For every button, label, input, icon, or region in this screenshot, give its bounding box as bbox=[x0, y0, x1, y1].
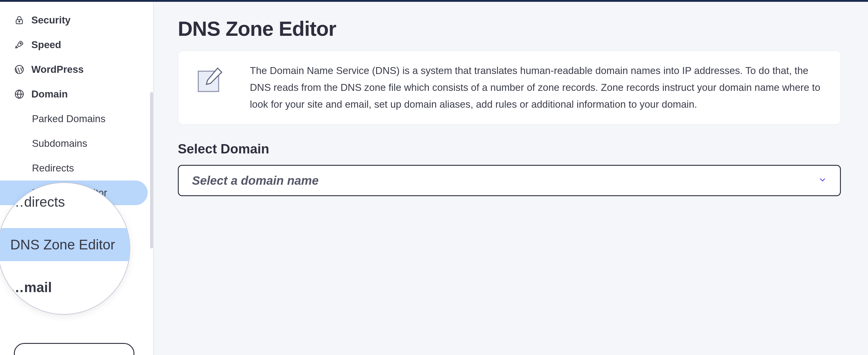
svg-point-1 bbox=[19, 21, 20, 22]
sidebar-sub-label: Redirects bbox=[32, 163, 74, 174]
globe-icon bbox=[14, 89, 25, 100]
main-content: DNS Zone Editor The Domain Name Service … bbox=[154, 2, 868, 355]
sidebar-item-label: Speed bbox=[31, 39, 61, 50]
sidebar-outline-button[interactable] bbox=[14, 343, 134, 355]
sidebar-sub-parked-domains[interactable]: Parked Domains bbox=[0, 106, 153, 131]
domain-select[interactable]: Select a domain name bbox=[178, 165, 841, 196]
sidebar: Security Speed WordPress Domain Parked D… bbox=[0, 2, 154, 355]
page-title: DNS Zone Editor bbox=[178, 17, 841, 40]
rocket-icon bbox=[14, 39, 25, 50]
magnifier-overlay: …directs DNS Zone Editor …mail Sta… bbox=[0, 182, 130, 315]
sidebar-item-domain[interactable]: Domain bbox=[0, 82, 153, 106]
sidebar-item-label: WordPress bbox=[31, 64, 84, 75]
sidebar-sub-label: Subdomains bbox=[32, 138, 87, 149]
lock-icon bbox=[14, 15, 25, 26]
select-domain-heading: Select Domain bbox=[178, 141, 841, 156]
wordpress-icon bbox=[14, 64, 25, 75]
sidebar-item-label: Security bbox=[31, 14, 70, 26]
info-card: The Domain Name Service (DNS) is a syste… bbox=[178, 50, 841, 125]
sidebar-item-security[interactable]: Security bbox=[0, 8, 153, 33]
sidebar-sub-redirects[interactable]: Redirects bbox=[0, 156, 153, 180]
app-root: Security Speed WordPress Domain Parked D… bbox=[0, 0, 868, 355]
document-edit-icon bbox=[193, 62, 226, 98]
lens-row-email: …mail bbox=[0, 279, 130, 295]
sidebar-item-label: Domain bbox=[31, 88, 68, 100]
lens-row-statistics: Sta… bbox=[0, 307, 130, 315]
lens-row-dns-zone-editor: DNS Zone Editor bbox=[0, 228, 130, 261]
sidebar-item-wordpress[interactable]: WordPress bbox=[0, 57, 153, 82]
sidebar-item-speed[interactable]: Speed bbox=[0, 33, 153, 57]
sidebar-scrollbar[interactable] bbox=[150, 92, 153, 248]
domain-select-placeholder: Select a domain name bbox=[192, 174, 318, 187]
chevron-down-icon bbox=[818, 176, 827, 185]
sidebar-sub-subdomains[interactable]: Subdomains bbox=[0, 131, 153, 156]
info-text: The Domain Name Service (DNS) is a syste… bbox=[250, 62, 826, 113]
sidebar-sub-label: Parked Domains bbox=[32, 113, 105, 124]
svg-point-2 bbox=[20, 43, 22, 44]
